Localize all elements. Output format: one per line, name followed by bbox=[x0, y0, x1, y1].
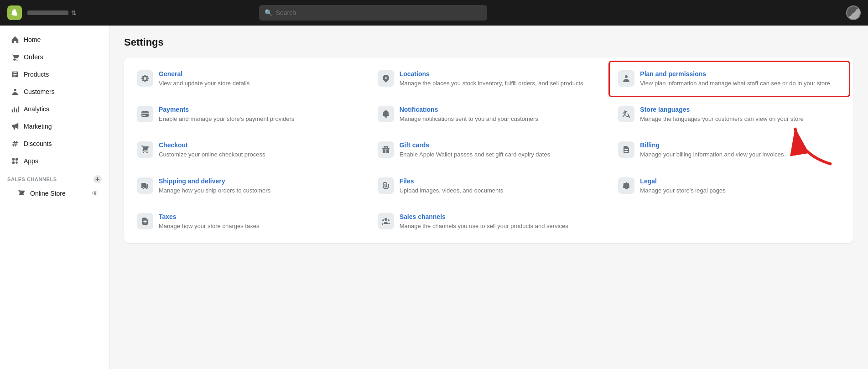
settings-item-gift-cards[interactable]: Gift cards Enable Apple Wallet passes an… bbox=[369, 132, 609, 168]
settings-desc-general: View and update your store details bbox=[159, 79, 359, 88]
shopify-logo bbox=[7, 5, 22, 20]
settings-item-store-languages[interactable]: Store languages Manage the languages you… bbox=[609, 97, 850, 132]
settings-text-payments: Payments Enable and manage your store's … bbox=[159, 106, 359, 123]
settings-title-sales-channels: Sales channels bbox=[400, 213, 600, 220]
marketing-icon bbox=[11, 122, 19, 130]
sidebar-item-discounts[interactable]: Discounts bbox=[4, 135, 105, 152]
sidebar-item-apps[interactable]: Apps bbox=[4, 153, 105, 169]
sidebar-item-marketing[interactable]: Marketing bbox=[4, 118, 105, 135]
settings-desc-locations: Manage the places you stock inventory, f… bbox=[400, 79, 600, 88]
store-chevron-icon: ⇅ bbox=[71, 9, 77, 16]
settings-item-billing[interactable]: Billing Manage your billing information … bbox=[609, 132, 850, 168]
settings-desc-plan-permissions: View plan information and manage what st… bbox=[640, 79, 841, 88]
settings-desc-files: Upload images, videos, and documents bbox=[400, 187, 600, 195]
settings-title-plan-permissions: Plan and permissions bbox=[640, 70, 841, 78]
paperclip-icon bbox=[378, 177, 394, 194]
settings-title-payments: Payments bbox=[159, 106, 359, 113]
online-store-label: Online Store bbox=[30, 190, 66, 197]
sidebar-analytics-label: Analytics bbox=[24, 105, 49, 113]
settings-text-locations: Locations Manage the places you stock in… bbox=[400, 70, 600, 88]
settings-text-general: General View and update your store detai… bbox=[159, 70, 359, 88]
settings-desc-gift-cards: Enable Apple Wallet passes and set gift … bbox=[400, 151, 600, 159]
sidebar-item-analytics[interactable]: Analytics bbox=[4, 101, 105, 117]
settings-title-taxes: Taxes bbox=[159, 213, 359, 220]
settings-title-general: General bbox=[159, 70, 359, 78]
gift-icon bbox=[378, 141, 394, 158]
sidebar-item-customers[interactable]: Customers bbox=[4, 83, 105, 100]
sidebar-item-online-store[interactable]: Online Store 👁 bbox=[4, 186, 105, 201]
search-icon: 🔍 bbox=[265, 9, 272, 16]
settings-card: General View and update your store detai… bbox=[124, 57, 853, 243]
topbar: ⇅ 🔍 bbox=[0, 0, 868, 26]
settings-text-store-languages: Store languages Manage the languages you… bbox=[640, 106, 841, 123]
settings-grid: General View and update your store detai… bbox=[128, 61, 850, 239]
online-store-icon bbox=[17, 189, 26, 197]
app-body: Home Orders Products Customers Analytics… bbox=[0, 26, 868, 369]
settings-text-taxes: Taxes Manage how your store charges taxe… bbox=[159, 213, 359, 230]
settings-text-files: Files Upload images, videos, and documen… bbox=[400, 177, 600, 195]
settings-title-locations: Locations bbox=[400, 70, 600, 78]
translate-icon bbox=[618, 106, 634, 122]
settings-item-locations[interactable]: Locations Manage the places you stock in… bbox=[369, 61, 609, 97]
location-icon bbox=[378, 70, 394, 87]
settings-item-shipping[interactable]: Shipping and delivery Manage how you shi… bbox=[128, 168, 369, 204]
analytics-icon bbox=[11, 105, 19, 113]
settings-desc-sales-channels: Manage the channels you use to sell your… bbox=[400, 222, 600, 230]
sales-channels-header: SALES CHANNELS + bbox=[0, 170, 109, 185]
settings-title-store-languages: Store languages bbox=[640, 106, 841, 113]
gear-icon bbox=[137, 70, 153, 87]
home-icon bbox=[11, 36, 19, 44]
sales-channels-label: SALES CHANNELS bbox=[7, 177, 57, 182]
settings-desc-billing: Manage your billing information and view… bbox=[640, 151, 841, 159]
sidebar-products-label: Products bbox=[24, 71, 49, 78]
sidebar-item-products[interactable]: Products bbox=[4, 66, 105, 83]
settings-item-checkout[interactable]: Checkout Customize your online checkout … bbox=[128, 132, 369, 168]
settings-title-shipping: Shipping and delivery bbox=[159, 177, 359, 185]
search-bar[interactable]: 🔍 bbox=[259, 5, 487, 21]
apps-icon bbox=[11, 157, 19, 165]
store-name-block[interactable]: ⇅ bbox=[27, 9, 77, 16]
settings-text-gift-cards: Gift cards Enable Apple Wallet passes an… bbox=[400, 141, 600, 159]
sidebar-discounts-label: Discounts bbox=[24, 140, 52, 147]
settings-item-legal[interactable]: Legal Manage your store's legal pages bbox=[609, 168, 850, 204]
search-input[interactable] bbox=[276, 9, 482, 16]
sidebar-marketing-label: Marketing bbox=[24, 123, 52, 130]
avatar-image bbox=[847, 6, 860, 19]
billing-icon bbox=[618, 141, 634, 158]
sidebar: Home Orders Products Customers Analytics… bbox=[0, 26, 109, 369]
payment-icon bbox=[137, 106, 153, 122]
settings-item-sales-channels[interactable]: Sales channels Manage the channels you u… bbox=[369, 204, 609, 239]
sidebar-apps-label: Apps bbox=[24, 157, 38, 165]
topbar-right bbox=[846, 5, 861, 20]
legal-icon bbox=[618, 177, 634, 194]
sidebar-item-home[interactable]: Home bbox=[4, 31, 105, 48]
orders-icon bbox=[11, 53, 19, 61]
settings-text-sales-channels: Sales channels Manage the channels you u… bbox=[400, 213, 600, 230]
customers-icon bbox=[11, 88, 19, 96]
settings-desc-payments: Enable and manage your store's payment p… bbox=[159, 115, 359, 123]
settings-item-plan-permissions[interactable]: Plan and permissions View plan informati… bbox=[609, 61, 850, 97]
settings-text-legal: Legal Manage your store's legal pages bbox=[640, 177, 841, 195]
page-title: Settings bbox=[124, 36, 853, 48]
settings-text-plan-permissions: Plan and permissions View plan informati… bbox=[640, 70, 841, 88]
settings-title-legal: Legal bbox=[640, 177, 841, 185]
eye-icon[interactable]: 👁 bbox=[92, 190, 98, 197]
settings-desc-store-languages: Manage the languages your customers can … bbox=[640, 115, 841, 123]
sidebar-item-orders[interactable]: Orders bbox=[4, 49, 105, 65]
settings-title-checkout: Checkout bbox=[159, 141, 359, 149]
settings-item-general[interactable]: General View and update your store detai… bbox=[128, 61, 369, 97]
settings-item-payments[interactable]: Payments Enable and manage your store's … bbox=[128, 97, 369, 132]
settings-item-taxes[interactable]: Taxes Manage how your store charges taxe… bbox=[128, 204, 369, 239]
settings-title-notifications: Notifications bbox=[400, 106, 600, 113]
discounts-icon bbox=[11, 140, 19, 148]
person-icon bbox=[618, 70, 634, 87]
settings-text-billing: Billing Manage your billing information … bbox=[640, 141, 841, 159]
store-name-redacted bbox=[27, 10, 68, 15]
settings-item-files[interactable]: Files Upload images, videos, and documen… bbox=[369, 168, 609, 204]
cart-icon bbox=[137, 141, 153, 158]
sidebar-home-label: Home bbox=[24, 36, 41, 43]
add-sales-channel-button[interactable]: + bbox=[94, 175, 102, 183]
settings-item-notifications[interactable]: Notifications Manage notifications sent … bbox=[369, 97, 609, 132]
avatar[interactable] bbox=[846, 5, 861, 20]
settings-text-checkout: Checkout Customize your online checkout … bbox=[159, 141, 359, 159]
